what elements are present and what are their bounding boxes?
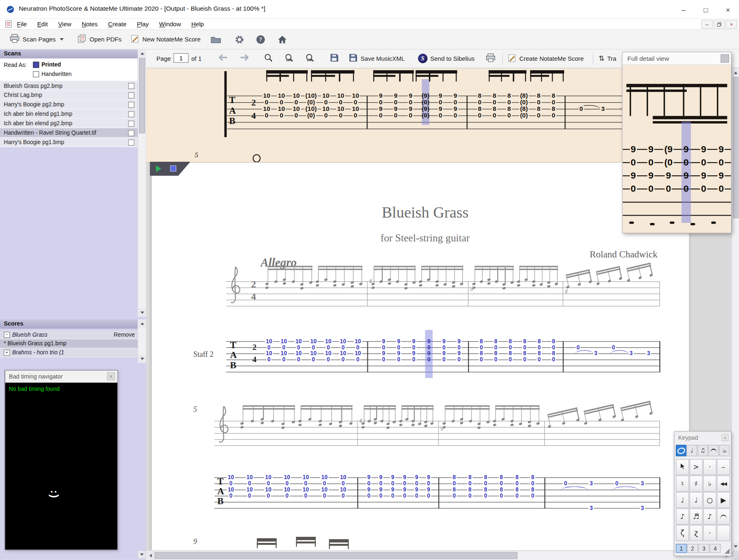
horizontal-scrollbar[interactable] xyxy=(146,551,732,560)
keypad-tie-tool[interactable] xyxy=(708,445,718,457)
keypad-quarter-note[interactable]: ♩ xyxy=(676,492,689,508)
menu-create[interactable]: Create xyxy=(108,21,126,28)
handwritten-checkbox[interactable] xyxy=(33,71,39,77)
open-folder-icon[interactable] xyxy=(209,33,223,46)
child-minimize-button[interactable]: – xyxy=(701,20,713,29)
scan-file-row[interactable]: Handwritten - Ravel String Quartet.tif xyxy=(0,128,138,138)
scan-pages-button[interactable]: Scan Pages xyxy=(7,32,67,46)
scan-file-checkbox[interactable] xyxy=(128,101,134,108)
close-icon[interactable]: × xyxy=(722,434,729,441)
keypad-whole-note[interactable]: ○ xyxy=(703,492,716,508)
minimize-button[interactable]: – xyxy=(672,0,695,19)
open-pdfs-button[interactable]: Open PDFs xyxy=(74,32,124,46)
help-icon[interactable]: ? xyxy=(254,33,268,46)
scan-file-checkbox[interactable] xyxy=(128,111,134,117)
keypad-panel[interactable]: Keypad × ♩♫♭♭ >·–♮♯♭◀◀♩♩○▶♪♬♪ζɀ· 1234 xyxy=(674,431,732,556)
keypad-tab-1[interactable]: 1 xyxy=(676,544,686,553)
score-row[interactable]: +Brahms - horn trio (1 xyxy=(0,348,138,357)
collapse-icon[interactable]: − xyxy=(4,332,10,338)
menu-view[interactable]: View xyxy=(58,21,71,28)
scrollbar-thumb[interactable] xyxy=(139,58,145,133)
printed-checkbox[interactable] xyxy=(33,62,39,68)
score-row[interactable]: * Blueish Grass pg1.bmp xyxy=(0,340,138,349)
keypad-pointer-tool[interactable] xyxy=(676,459,689,475)
scroll-down-icon[interactable] xyxy=(138,551,146,559)
remove-score-button[interactable]: Remove xyxy=(114,331,135,338)
scroll-up-icon[interactable] xyxy=(138,319,146,328)
keypad-tab-3[interactable]: 3 xyxy=(698,544,709,553)
scroll-down-icon[interactable] xyxy=(138,309,146,317)
scan-file-row[interactable]: Harry's Boogie pg2.bmp xyxy=(0,100,138,109)
keypad-rewind[interactable]: ◀◀ xyxy=(717,475,730,491)
scan-file-checkbox[interactable] xyxy=(128,130,134,136)
keypad-play[interactable]: ▶ xyxy=(717,492,730,508)
close-button[interactable]: × xyxy=(717,0,739,19)
menu-edit[interactable]: Edit xyxy=(37,21,48,28)
zoom-tool-icon[interactable] xyxy=(264,53,273,65)
scan-file-checkbox[interactable] xyxy=(128,83,134,89)
new-notateme-button[interactable]: New NotateMe Score xyxy=(128,32,203,46)
send-to-sibelius-button[interactable]: S Send to Sibelius xyxy=(418,52,475,64)
home-icon[interactable] xyxy=(275,33,289,46)
scan-file-row[interactable]: Ich aber bin elend pg1.bmp xyxy=(0,109,138,119)
menu-window[interactable]: Window xyxy=(159,21,181,28)
play-icon[interactable] xyxy=(156,165,161,172)
child-close-button[interactable]: × xyxy=(726,20,737,29)
create-notateme-button[interactable]: Create NotateMe Score xyxy=(508,52,584,64)
keypad-natural[interactable]: ♮ xyxy=(676,475,689,491)
back-arrow-icon[interactable] xyxy=(217,53,228,64)
menu-file[interactable]: File xyxy=(17,21,27,28)
zoom-in-icon[interactable]: 100 xyxy=(285,53,294,65)
scroll-up-icon[interactable] xyxy=(138,50,146,58)
page-number-input[interactable] xyxy=(173,53,188,63)
bad-timing-header[interactable]: Bad timing navigator × xyxy=(5,370,117,383)
full-detail-view-panel[interactable]: Full detail view 90909090(9(090909090909… xyxy=(622,52,731,233)
scan-file-checkbox[interactable] xyxy=(128,92,134,98)
keypad-augmentation-dot[interactable]: · xyxy=(703,525,716,541)
scroll-left-icon[interactable] xyxy=(147,551,155,560)
keypad-tie[interactable] xyxy=(717,509,730,525)
scan-file-row[interactable]: Blueish Grass pg2.bmp xyxy=(0,81,138,90)
keypad-notehead-tool[interactable] xyxy=(676,445,686,457)
menu-help[interactable]: Help xyxy=(191,21,204,28)
scans-scrollbar[interactable] xyxy=(138,50,146,317)
keypad-beam-tool[interactable]: ♫ xyxy=(698,445,708,457)
keypad-sixteenth-note[interactable]: ♬ xyxy=(689,509,702,525)
scroll-up-icon[interactable] xyxy=(732,69,739,76)
scrollbar-thumb[interactable] xyxy=(155,552,518,559)
score-row[interactable]: −Blueish GrassRemove xyxy=(0,330,138,340)
resize-grip[interactable] xyxy=(732,551,739,560)
save-icon[interactable] xyxy=(330,53,339,64)
keypad-flat[interactable]: ♭ xyxy=(703,475,716,491)
keypad-half-note[interactable]: ♩ xyxy=(689,492,702,508)
scrollbar-thumb[interactable] xyxy=(733,77,739,218)
close-icon[interactable]: × xyxy=(107,372,115,381)
close-icon[interactable] xyxy=(721,54,729,63)
keypad-tab-2[interactable]: 2 xyxy=(687,544,698,553)
scores-scrollbar[interactable] xyxy=(138,319,146,363)
keypad-accent[interactable]: > xyxy=(689,459,702,475)
expand-corner-icon[interactable] xyxy=(724,549,730,554)
keypad-sharp[interactable]: ♯ xyxy=(689,475,702,491)
scroll-down-icon[interactable] xyxy=(138,355,146,363)
keypad-double-flat-tool[interactable]: ♭♭ xyxy=(719,445,730,457)
print-icon[interactable] xyxy=(485,53,496,64)
save-musicxml-button[interactable]: Save MusicXML xyxy=(349,52,405,64)
menu-play[interactable]: Play xyxy=(137,21,149,28)
keypad-staccato[interactable]: · xyxy=(703,459,716,475)
transpose-button[interactable]: ⇅ Tra xyxy=(599,52,616,64)
child-restore-button[interactable] xyxy=(714,20,725,29)
scan-file-row[interactable]: Christ Lag.bmp xyxy=(0,90,138,100)
keypad-blank[interactable] xyxy=(717,525,730,541)
gear-icon[interactable] xyxy=(232,33,246,46)
stop-icon[interactable] xyxy=(170,165,176,172)
keypad-quarter-rest[interactable]: ζ xyxy=(676,525,689,541)
keypad-stem-tool[interactable]: ♩ xyxy=(687,445,697,457)
vertical-scrollbar[interactable] xyxy=(732,68,739,550)
keypad-eighth-note[interactable]: ♪ xyxy=(676,509,689,525)
keypad-tenuto[interactable]: – xyxy=(717,459,730,475)
maximize-button[interactable]: □ xyxy=(695,0,717,19)
scroll-down-icon[interactable] xyxy=(732,542,739,550)
menu-notes[interactable]: Notes xyxy=(82,21,98,28)
keypad-eighth-rest[interactable]: ɀ xyxy=(689,525,702,541)
